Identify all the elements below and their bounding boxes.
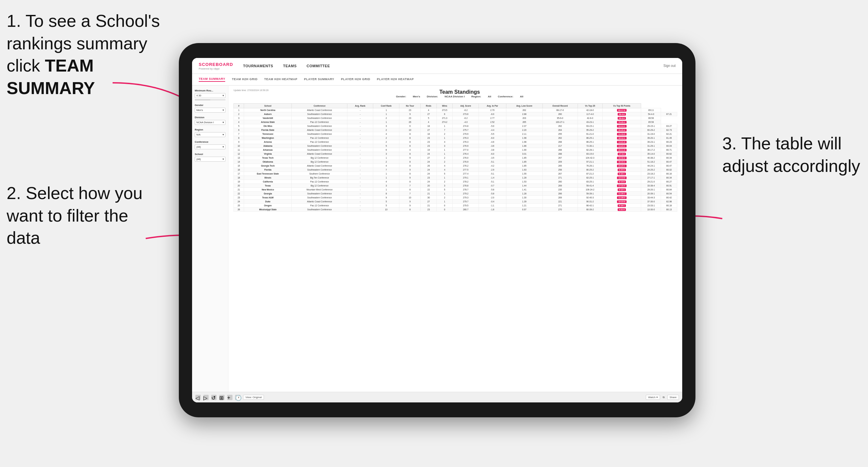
data-cell: -1.1 bbox=[479, 204, 506, 208]
data-cell: 9 bbox=[399, 200, 421, 204]
data-cell: Atlantic Coast Conference bbox=[292, 108, 347, 112]
data-cell: 271 bbox=[542, 204, 578, 208]
data-cell: 6 bbox=[234, 128, 244, 132]
school-cell: Georgia bbox=[244, 192, 292, 196]
data-cell: - bbox=[347, 208, 373, 212]
data-cell: 83-15-0 bbox=[578, 152, 602, 156]
school-cell: Georgia Tech bbox=[244, 164, 292, 168]
view-original-button[interactable]: View: Original bbox=[243, 395, 264, 400]
col-overall-record: Overall Record bbox=[542, 104, 578, 108]
data-cell: 273.5 bbox=[436, 108, 453, 112]
data-cell: 1 bbox=[436, 176, 453, 180]
data-cell: 1 bbox=[436, 124, 453, 128]
copy-icon[interactable]: ⊞ bbox=[219, 395, 224, 400]
sign-out-link[interactable]: Sign out bbox=[663, 64, 676, 68]
nav-teams[interactable]: TEAMS bbox=[283, 64, 297, 68]
data-cell: 276.9 bbox=[453, 144, 479, 148]
nav-committee[interactable]: COMMITTEE bbox=[307, 64, 330, 68]
plus-icon[interactable]: + bbox=[227, 395, 232, 400]
tab-team-h2h-grid[interactable]: TEAM H2H GRID bbox=[232, 77, 258, 82]
data-cell: 100-27-1 bbox=[542, 120, 578, 124]
tab-player-summary[interactable]: PLAYER SUMMARY bbox=[304, 77, 334, 82]
share-button[interactable]: Share bbox=[667, 395, 679, 400]
data-cell: Southern Conference bbox=[292, 172, 347, 176]
data-cell: 23 bbox=[399, 108, 421, 112]
filter-division-label: Division bbox=[195, 116, 225, 119]
points-cell: 9-10-1 bbox=[602, 172, 641, 176]
nav-tournaments[interactable]: TOURNAMENTS bbox=[243, 64, 273, 68]
clip-icon[interactable]: ⧉ bbox=[663, 396, 665, 399]
school-cell: Duke bbox=[244, 200, 292, 204]
col-school: School bbox=[244, 104, 292, 108]
data-cell: 2.37 bbox=[506, 124, 542, 128]
school-cell: Texas A&M bbox=[244, 196, 292, 200]
data-cell: 279.9 bbox=[453, 132, 479, 136]
data-cell: - bbox=[347, 200, 373, 204]
school-cell: Auburn bbox=[244, 112, 292, 116]
data-cell: 258 bbox=[542, 168, 578, 172]
forward-icon[interactable]: ▷ bbox=[203, 395, 209, 400]
back-icon[interactable]: ◁ bbox=[195, 395, 201, 400]
data-cell: 23-33-1 bbox=[641, 204, 661, 208]
clock-icon[interactable]: 🕐 bbox=[235, 395, 241, 400]
filter-gender-input[interactable]: Men's ▾ bbox=[195, 107, 225, 113]
data-cell: 7 bbox=[373, 168, 399, 172]
data-cell: 7 bbox=[436, 128, 453, 132]
filter-minimum-input[interactable]: 4 30 ▾ bbox=[195, 93, 225, 98]
data-cell: 22 bbox=[234, 192, 244, 196]
region-filter-value: All bbox=[488, 95, 491, 98]
data-cell: 85.58 bbox=[641, 120, 661, 124]
data-cell: 2 bbox=[373, 160, 399, 164]
data-cell: 42-18-0 bbox=[578, 108, 602, 112]
filter-region-input[interactable]: N/A ▾ bbox=[195, 132, 225, 137]
data-cell: 5 bbox=[436, 172, 453, 176]
reload-icon[interactable]: ↺ bbox=[211, 395, 217, 400]
table-row: 4Arizona StatePac-12 Conference-1264274.… bbox=[234, 120, 677, 124]
data-cell: 5 bbox=[373, 144, 399, 148]
tab-team-h2h-heatmap[interactable]: TEAM H2H HEATMAP bbox=[264, 77, 298, 82]
school-cell: Texas bbox=[244, 184, 292, 188]
data-cell: 1 bbox=[436, 192, 453, 196]
data-cell: 117-4-0 bbox=[578, 112, 602, 116]
school-cell: Ole Miss bbox=[244, 124, 292, 128]
data-cell: 23 bbox=[421, 136, 436, 140]
data-cell: 4 bbox=[373, 180, 399, 184]
update-time: Update time: 27/03/2024 16:56:26 bbox=[234, 89, 269, 91]
school-cell: Florida bbox=[244, 168, 292, 172]
data-cell: 5 bbox=[436, 188, 453, 192]
data-cell: 1.63 bbox=[506, 168, 542, 172]
tab-player-h2h-grid[interactable]: PLAYER H2H GRID bbox=[341, 77, 370, 82]
filter-school-input[interactable]: (All) ▾ bbox=[195, 157, 225, 162]
data-cell: 267 bbox=[542, 156, 578, 160]
data-cell: 10 bbox=[373, 208, 399, 212]
sub-nav: TEAM SUMMARY TEAM H2H GRID TEAM H2H HEAT… bbox=[192, 74, 682, 86]
tab-team-summary[interactable]: TEAM SUMMARY bbox=[199, 77, 225, 82]
filter-division-input[interactable]: NCAA Division I ▾ bbox=[195, 120, 225, 125]
data-cell: 8 bbox=[399, 132, 421, 136]
data-cell: Southeastern Conference bbox=[292, 196, 347, 200]
data-cell: -6.0 bbox=[479, 136, 506, 140]
filter-minimum-slider[interactable] bbox=[195, 99, 225, 100]
data-cell: 3.01 bbox=[506, 152, 542, 156]
data-cell: 97-21-1 bbox=[578, 160, 602, 164]
data-cell: 3 bbox=[373, 184, 399, 188]
data-cell: Atlantic Coast Conference bbox=[292, 200, 347, 204]
col-avg-low: Avg. Low Score bbox=[506, 104, 542, 108]
main-content: Minimum Rou... 4 30 ▾ Gender Men's ▾ bbox=[192, 86, 682, 392]
data-cell: -0.7 bbox=[479, 184, 506, 188]
data-cell: 2 bbox=[436, 180, 453, 184]
data-cell: 33-44-3 bbox=[641, 196, 661, 200]
data-cell: 23 bbox=[234, 196, 244, 200]
data-cell: 24 bbox=[421, 168, 436, 172]
logo-scoreboard: SCOREBOARD bbox=[199, 62, 233, 67]
data-cell: Pac-12 Conference bbox=[292, 120, 347, 124]
data-cell: 277.4 bbox=[453, 172, 479, 176]
school-cell: Oklahoma bbox=[244, 160, 292, 164]
watch-button[interactable]: Watch ▾ bbox=[646, 395, 660, 400]
data-cell: 278.2 bbox=[453, 180, 479, 184]
data-cell: 95-6-0 bbox=[542, 116, 578, 120]
data-cell: 87.21 bbox=[661, 112, 677, 116]
filter-conference-input[interactable]: (All) ▾ bbox=[195, 145, 225, 149]
data-cell: 1.85 bbox=[506, 156, 542, 160]
tab-player-h2h-heatmap[interactable]: PLAYER H2H HEATMAP bbox=[377, 77, 414, 82]
